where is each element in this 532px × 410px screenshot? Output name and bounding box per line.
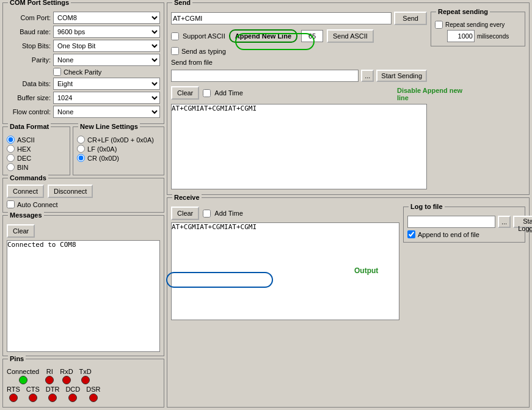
receive-box: Receive Clear Add Time AT+CGMIAT+CGMIAT+… bbox=[167, 197, 530, 408]
auto-connect-checkbox[interactable] bbox=[7, 200, 15, 208]
log-to-file-title: Log to file bbox=[409, 203, 445, 210]
send-as-typing-label: Send as typing bbox=[181, 48, 226, 55]
buffer-size-label: Buffer size: bbox=[7, 94, 51, 101]
messages-box: Messages Clear Connected to COM8 bbox=[2, 215, 164, 356]
cts-led bbox=[29, 394, 37, 402]
send-as-typing-checkbox[interactable] bbox=[171, 47, 179, 55]
send-ascii-button[interactable]: Send ASCII bbox=[327, 29, 374, 43]
parity-select[interactable]: None bbox=[53, 54, 160, 66]
add-time-receive-label: Add Time bbox=[214, 210, 242, 217]
cr-radio[interactable] bbox=[77, 154, 85, 162]
dsr-led bbox=[89, 394, 98, 402]
flow-control-select[interactable]: None bbox=[53, 106, 160, 118]
rxd-led bbox=[62, 376, 71, 384]
add-time-send-label: Add Time bbox=[214, 89, 242, 97]
baud-rate-label: Baud rate: bbox=[7, 28, 51, 35]
txd-label: TxD bbox=[79, 368, 92, 375]
send-input[interactable] bbox=[171, 12, 392, 24]
add-time-send-checkbox[interactable] bbox=[203, 89, 211, 97]
messages-textarea[interactable]: Connected to COM8 bbox=[7, 240, 160, 352]
disconnect-button[interactable]: Disconnect bbox=[48, 185, 93, 198]
flow-control-label: Flow control: bbox=[7, 108, 51, 115]
rxd-label: RxD bbox=[60, 368, 73, 375]
messages-clear-button[interactable]: Clear bbox=[7, 224, 35, 238]
dcd-label: DCD bbox=[65, 386, 80, 393]
dec-label: DEC bbox=[17, 155, 31, 162]
log-file-browse-button[interactable]: ... bbox=[498, 216, 511, 228]
data-bits-label: Data bits: bbox=[7, 80, 51, 87]
commands-box: Commands Connect Disconnect Auto Connect bbox=[2, 178, 164, 213]
connect-button[interactable]: Connect bbox=[7, 185, 44, 198]
buffer-size-select[interactable]: 1024 bbox=[53, 92, 160, 104]
rts-label: RTS bbox=[7, 386, 20, 393]
repeat-sending-title: Repeat sending bbox=[436, 8, 490, 15]
send-from-file-label: Send from file bbox=[171, 59, 213, 66]
log-file-input[interactable] bbox=[407, 216, 495, 228]
start-sending-button[interactable]: Start Sending bbox=[376, 70, 427, 82]
check-parity-label: Check Parity bbox=[64, 68, 101, 76]
data-format-title: Data Format bbox=[8, 123, 51, 130]
pins-title: Pins bbox=[8, 355, 26, 362]
ri-label: RI bbox=[46, 368, 53, 375]
com-port-select[interactable]: COM8 bbox=[53, 12, 160, 24]
stop-bits-label: Stop Bits: bbox=[7, 42, 51, 49]
data-bits-select[interactable]: Eight bbox=[53, 78, 160, 90]
dec-radio[interactable] bbox=[7, 154, 15, 162]
dtr-label: DTR bbox=[46, 386, 60, 393]
ascii-radio[interactable] bbox=[7, 136, 15, 144]
rts-led bbox=[9, 394, 18, 402]
data-format-box: Data Format ASCII HEX DEC bbox=[2, 126, 70, 175]
bin-radio[interactable] bbox=[7, 163, 15, 171]
receive-clear-button[interactable]: Clear bbox=[171, 207, 199, 220]
baud-rate-select[interactable]: 9600 bps bbox=[53, 26, 160, 38]
millis-input[interactable] bbox=[447, 30, 475, 42]
receive-textarea[interactable]: AT+CGMIAT+CGMIAT+CGMI bbox=[171, 222, 399, 320]
append-new-line-button[interactable]: Append New Line bbox=[229, 29, 297, 43]
com-port-settings-title: COM Port Settings bbox=[8, 0, 71, 6]
lf-radio[interactable] bbox=[77, 145, 85, 153]
ri-led bbox=[45, 376, 54, 384]
cts-label: CTS bbox=[26, 386, 40, 393]
new-line-title: New Line Settings bbox=[78, 123, 140, 130]
millis-label: miliseconds bbox=[477, 33, 509, 40]
dcd-led bbox=[68, 394, 77, 402]
com-port-label: Com Port: bbox=[7, 14, 51, 21]
repeat-sending-checkbox[interactable] bbox=[435, 21, 443, 29]
check-parity-checkbox[interactable] bbox=[53, 68, 61, 76]
support-ascii-checkbox[interactable] bbox=[171, 32, 179, 40]
dsr-label: DSR bbox=[86, 386, 100, 393]
repeat-every-label: Repeat sending every bbox=[445, 21, 505, 28]
send-file-browse-button[interactable]: ... bbox=[361, 70, 374, 82]
crlf-radio[interactable] bbox=[77, 136, 85, 144]
com-port-settings: COM Port Settings Com Port: COM8 Baud ra… bbox=[2, 2, 164, 124]
send-clear-button[interactable]: Clear bbox=[171, 86, 199, 100]
dtr-led bbox=[48, 394, 57, 402]
append-to-end-label: Append to end of file bbox=[418, 231, 479, 238]
start-logging-button[interactable]: Start Logging bbox=[513, 216, 532, 228]
auto-connect-label: Auto Connect bbox=[17, 201, 58, 208]
txd-led bbox=[81, 376, 90, 384]
log-to-file-box: Log to file ... Start Logging Append to … bbox=[403, 207, 525, 243]
ascii-label: ASCII bbox=[17, 136, 35, 144]
send-textarea[interactable]: AT+CGMIAT+CGMIAT+CGMI bbox=[171, 104, 427, 189]
receive-title: Receive bbox=[172, 194, 202, 201]
repeat-sending-box: Repeat sending Repeat sending every mili… bbox=[431, 12, 525, 46]
send-button[interactable]: Send bbox=[394, 12, 427, 25]
hex-radio[interactable] bbox=[7, 145, 15, 153]
pins-box: Pins Connected RI RxD bbox=[2, 359, 164, 408]
append-to-end-checkbox[interactable] bbox=[407, 230, 415, 238]
cr-label: CR (0x0D) bbox=[87, 155, 119, 162]
support-ascii-label: Support ASCII bbox=[183, 32, 225, 40]
commands-title: Commands bbox=[8, 174, 48, 181]
send-file-input[interactable] bbox=[171, 70, 359, 82]
ascii-value-input[interactable] bbox=[301, 30, 323, 42]
parity-label: Parity: bbox=[7, 56, 51, 64]
hex-label: HEX bbox=[17, 145, 31, 153]
stop-bits-select[interactable]: One Stop Bit bbox=[53, 40, 160, 52]
lf-label: LF (0x0A) bbox=[87, 145, 117, 153]
crlf-label: CR+LF (0x0D + 0x0A) bbox=[87, 136, 154, 144]
add-time-receive-checkbox[interactable] bbox=[203, 210, 211, 218]
connected-label: Connected bbox=[7, 368, 39, 375]
messages-title: Messages bbox=[8, 211, 44, 219]
send-box: Send Send Support ASCII Append New Line bbox=[167, 2, 530, 195]
